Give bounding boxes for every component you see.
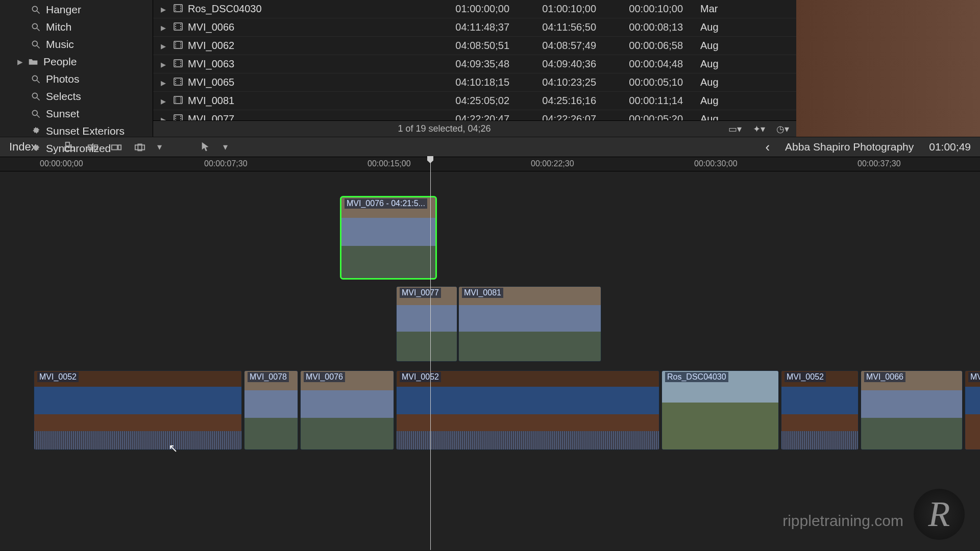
sidebar-item-label: Sunset [46, 108, 79, 120]
timeline-ruler[interactable]: 00:00:00;0000:00:07;3000:00:15;0000:00:2… [0, 157, 980, 171]
disclosure-triangle-icon[interactable]: ▸ [153, 113, 174, 121]
clip-name: MVI_0081 [188, 95, 433, 107]
timeline-clip[interactable]: MVI_0076 - 04:21:5... [341, 197, 436, 279]
timeline[interactable]: 00:00:00;0000:00:07;3000:00:15;0000:00:2… [0, 157, 980, 550]
sidebar-item-hanger[interactable]: Hanger [0, 1, 153, 18]
clip-start: 04:22:20;47 [433, 113, 520, 120]
clip-end: 04:08:57;49 [520, 40, 606, 52]
sidebar-item-selects[interactable]: Selects [0, 88, 153, 105]
clip-start: 04:10:18;15 [433, 77, 520, 88]
clip-duration: 00:00:05;20 [606, 113, 693, 120]
svg-rect-20 [118, 145, 121, 149]
playhead[interactable] [430, 157, 431, 550]
clip-name: MVI_0062 [188, 40, 433, 52]
clip-date: Aug [693, 113, 734, 120]
sidebar-item-sunset[interactable]: Sunset [0, 105, 153, 122]
clip-label: MVI_0076 [304, 372, 345, 382]
svg-rect-14 [65, 147, 74, 151]
audio-waveform [397, 431, 659, 449]
clip-label: Ros_DSC04030 [665, 372, 728, 382]
select-tool[interactable] [200, 141, 212, 153]
disclosure-triangle-icon[interactable]: ▸ [153, 40, 174, 52]
timeline-clip[interactable]: MVI_0052 [34, 370, 242, 450]
clip-icon [174, 40, 188, 52]
disclosure-triangle-icon[interactable]: ▸ [153, 77, 174, 89]
clip-start: 01:00:00;00 [433, 3, 520, 15]
edit-menu-chevron[interactable]: ▾ [157, 141, 162, 153]
clip-appearance-button[interactable]: ▭▾ [728, 123, 742, 135]
tool-menu-chevron[interactable]: ▾ [223, 141, 228, 153]
clip-end: 04:25:16;16 [520, 95, 606, 107]
chevron-right-icon: ▸ [17, 56, 23, 68]
clip-label: MVI [968, 372, 980, 382]
clip-row[interactable]: ▸MVI_007704:22:20;4704:22:26;0700:00:05;… [153, 110, 796, 120]
search-icon [31, 5, 41, 15]
clip-row[interactable]: ▸MVI_006504:10:18;1504:10:23;2500:00:05;… [153, 73, 796, 92]
clip-icon [174, 95, 188, 107]
timeline-clip[interactable]: MVI_0076 [300, 370, 394, 450]
back-button[interactable]: ‹ [765, 139, 770, 155]
sidebar-item-synchronized[interactable]: Synchronized [0, 140, 153, 157]
keyword-sidebar[interactable]: Hanger Mitch Music ▸People Photos Select… [0, 0, 153, 137]
ruler-tick: 00:00:22;30 [531, 159, 574, 168]
sidebar-item-photos[interactable]: Photos [0, 70, 153, 88]
svg-point-8 [32, 93, 37, 98]
sidebar-item-sunset-exteriors[interactable]: Sunset Exteriors [0, 122, 153, 140]
search-icon [31, 22, 41, 32]
svg-point-0 [32, 6, 37, 11]
timeline-clip[interactable]: MVI_0052 [781, 370, 859, 450]
clip-start: 04:09:35;48 [433, 58, 520, 70]
disclosure-triangle-icon[interactable]: ▸ [153, 58, 174, 70]
ruler-tick: 00:00:37;30 [857, 159, 901, 168]
insert-edit-button[interactable] [87, 141, 99, 153]
ruler-tick: 00:00:15;00 [368, 159, 411, 168]
audio-waveform [34, 431, 241, 449]
clip-row[interactable]: ▸MVI_006304:09:35;4804:09:40;3600:00:04;… [153, 55, 796, 73]
search-icon [31, 109, 41, 119]
clip-name: Ros_DSC04030 [188, 3, 433, 15]
disclosure-triangle-icon[interactable]: ▸ [153, 3, 174, 15]
sidebar-item-music[interactable]: Music [0, 36, 153, 53]
append-edit-button[interactable] [110, 141, 122, 153]
clip-row[interactable]: ▸Ros_DSC0403001:00:00;0001:00:10;0000:00… [153, 0, 796, 18]
clock-button[interactable]: ◷▾ [776, 123, 789, 135]
ruler-tick: 00:00:00;00 [40, 159, 83, 168]
search-icon [31, 39, 41, 49]
timeline-clip[interactable]: MVI_0081 [458, 286, 601, 362]
clip-duration: 00:00:10;00 [606, 3, 693, 15]
timeline-clip[interactable]: MVI_0078 [244, 370, 298, 450]
clip-row[interactable]: ▸MVI_006604:11:48;3704:11:56;5000:00:08;… [153, 18, 796, 37]
disclosure-triangle-icon[interactable]: ▸ [153, 21, 174, 34]
sidebar-item-mitch[interactable]: Mitch [0, 18, 153, 36]
timeline-clip[interactable]: MVI_0052 [396, 370, 659, 450]
clip-name: MVI_0065 [188, 77, 433, 88]
filter-button[interactable]: ✦▾ [753, 123, 765, 135]
timeline-clip[interactable]: Ros_DSC04030 [662, 370, 779, 450]
clip-label: MVI_0052 [785, 372, 826, 382]
svg-line-11 [37, 115, 40, 118]
clip-row[interactable]: ▸MVI_006204:08:50;5104:08:57;4900:00:06;… [153, 37, 796, 55]
clip-row[interactable]: ▸MVI_008104:25:05;0204:25:16;1600:00:11;… [153, 92, 796, 110]
clip-icon [174, 21, 188, 33]
ripple-logo-icon: R [914, 489, 965, 540]
brand-text: rippletraining.com [782, 512, 903, 530]
clip-label: MVI_0078 [248, 372, 289, 382]
clip-icon [174, 58, 188, 70]
clip-browser[interactable]: ▸Ros_DSC0403001:00:00;0001:00:10;0000:00… [153, 0, 796, 137]
clip-name: MVI_0063 [188, 58, 433, 70]
svg-point-4 [32, 41, 37, 46]
selection-status: 1 of 19 selected, 04;26 [160, 123, 728, 134]
timeline-clip[interactable]: MVI_0066 [861, 370, 963, 450]
clip-start: 04:11:48;37 [433, 21, 520, 33]
connect-edit-button[interactable] [63, 141, 76, 153]
ruler-tick: 00:00:30;00 [694, 159, 738, 168]
clip-label: MVI_0076 - 04:21:5... [345, 198, 427, 209]
clip-duration: 00:00:05;10 [606, 77, 693, 88]
sidebar-item-people[interactable]: ▸People [0, 53, 153, 70]
timeline-clip[interactable]: MVI [965, 370, 980, 450]
disclosure-triangle-icon[interactable]: ▸ [153, 95, 174, 107]
clip-label: MVI_0066 [864, 372, 905, 382]
timeline-clip[interactable]: MVI_0077 [396, 286, 457, 362]
overwrite-edit-button[interactable] [134, 141, 146, 153]
clip-end: 04:09:40;36 [520, 58, 606, 70]
